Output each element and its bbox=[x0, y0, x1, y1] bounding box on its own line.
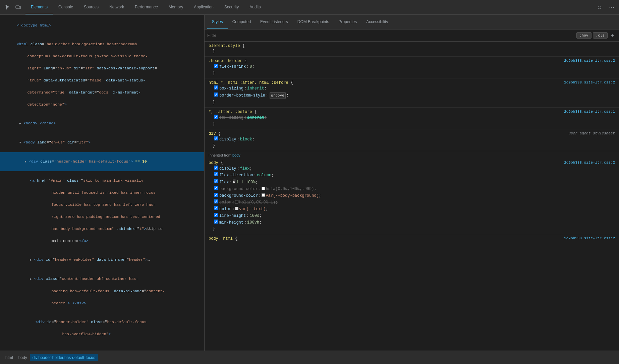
css-rule-div: div { user agent stylesheet display:bloc… bbox=[205, 129, 619, 151]
css-closing-brace-4: } bbox=[209, 121, 615, 127]
css-checkbox-flex-direction[interactable] bbox=[214, 172, 218, 176]
device-icon[interactable] bbox=[13, 3, 23, 12]
css-checkbox-bg-color-1[interactable] bbox=[214, 186, 218, 190]
css-rule-star: *, :after, :before { 2d9bb338.site-ltr.c… bbox=[205, 108, 619, 129]
dom-panel[interactable]: <!doctype html> <html class="hasSidebar … bbox=[0, 15, 205, 351]
inherited-label: Inherited from body bbox=[205, 151, 619, 159]
css-closing-brace-body: } bbox=[209, 226, 615, 232]
cursor-icon[interactable] bbox=[3, 3, 12, 12]
right-tabs: Styles Computed Event Listeners DOM Brea… bbox=[205, 15, 619, 29]
tab-event-listeners[interactable]: Event Listeners bbox=[256, 15, 293, 29]
css-checkbox-box-sizing-2[interactable] bbox=[214, 115, 218, 119]
tab-console[interactable]: Console bbox=[53, 0, 78, 14]
css-prop-color: color: var(--text); bbox=[209, 206, 615, 213]
css-rule-html-star: html *, html :after, html :before { 2d9b… bbox=[205, 78, 619, 108]
css-rule-body: body { 2d9bb338.site-ltr.css:2 display:f… bbox=[205, 159, 619, 234]
css-checkbox-flex-shrink[interactable] bbox=[214, 64, 218, 68]
css-selector-div[interactable]: div { bbox=[209, 131, 221, 136]
color-swatch-bg1[interactable] bbox=[262, 187, 265, 190]
dom-head[interactable]: <head>…</head> bbox=[0, 114, 204, 133]
css-prop-box-sizing-strike: box-sizing:inherit; bbox=[209, 114, 615, 121]
filter-buttons: :hov .cls + bbox=[576, 32, 616, 39]
tab-properties[interactable]: Properties bbox=[334, 15, 361, 29]
css-checkbox-flex[interactable] bbox=[214, 179, 218, 183]
filter-input[interactable] bbox=[207, 33, 576, 38]
css-checkbox-line-height[interactable] bbox=[214, 213, 218, 217]
css-checkbox-border-bottom[interactable] bbox=[214, 93, 218, 97]
tab-audits[interactable]: Audits bbox=[244, 0, 266, 14]
color-swatch-color2[interactable] bbox=[235, 207, 238, 210]
css-checkbox-box-sizing[interactable] bbox=[214, 85, 218, 89]
css-selector-star[interactable]: *, :after, :before { bbox=[209, 110, 257, 114]
css-closing-brace-2: } bbox=[209, 70, 615, 76]
css-prop-display-flex: display:flex; bbox=[209, 165, 615, 172]
tab-application[interactable]: Application bbox=[188, 0, 219, 14]
css-selector-html-star[interactable]: html *, html :after, html :before { bbox=[209, 80, 293, 85]
tab-network[interactable]: Network bbox=[104, 0, 129, 14]
breadcrumb-html[interactable]: html bbox=[3, 354, 16, 361]
toolbar-tabs: Elements Console Sources Network Perform… bbox=[25, 0, 595, 14]
styles-panel: Styles Computed Event Listeners DOM Brea… bbox=[205, 15, 619, 351]
css-prop-border-bottom-style: border-bottom-style: groove; bbox=[209, 92, 615, 99]
flex-triangle[interactable]: ▶ bbox=[233, 179, 235, 182]
css-selector-header-holder[interactable]: .header-holder { bbox=[209, 59, 247, 63]
css-closing-brace-3: } bbox=[209, 99, 615, 105]
css-checkbox-display[interactable] bbox=[214, 136, 218, 140]
css-source-html-star[interactable]: 2d9bb338.site-ltr.css:2 bbox=[564, 80, 615, 84]
more-options-icon[interactable]: ⋯ bbox=[607, 3, 616, 12]
css-prop-bg-color-strike: background-color: hsla(0,0%,100%,.999); bbox=[209, 186, 615, 192]
css-checkbox-color-2[interactable] bbox=[214, 206, 218, 210]
svg-rect-1 bbox=[19, 6, 20, 9]
dom-banner-holder[interactable]: <div id="banner-holder" class="has-defau… bbox=[0, 313, 204, 344]
color-swatch-color1[interactable] bbox=[235, 200, 238, 203]
css-prop-line-height: line-height:160%; bbox=[209, 213, 615, 219]
tab-styles[interactable]: Styles bbox=[207, 15, 228, 29]
css-prop-min-height: min-height:100vh; bbox=[209, 219, 615, 226]
css-selector-body-html[interactable]: body, html { bbox=[209, 236, 237, 241]
tab-computed[interactable]: Computed bbox=[228, 15, 256, 29]
add-style-button[interactable]: + bbox=[609, 32, 616, 39]
tab-memory[interactable]: Memory bbox=[163, 0, 188, 14]
css-source-div: user agent stylesheet bbox=[568, 131, 615, 135]
breadcrumb-body[interactable]: body bbox=[16, 354, 30, 361]
tab-accessibility[interactable]: Accessibility bbox=[361, 15, 393, 29]
breadcrumb-header-holder[interactable]: div.header-holder.has-default-focus bbox=[30, 354, 98, 361]
dom-html[interactable]: <html class="hasSidebar hasPageActions h… bbox=[0, 35, 204, 114]
css-selector-element-style[interactable]: element.style { bbox=[209, 44, 245, 48]
color-swatch-bg2[interactable] bbox=[262, 193, 265, 197]
css-selector-body[interactable]: body { bbox=[209, 161, 223, 165]
css-checkbox-color-1[interactable] bbox=[214, 199, 218, 203]
css-closing-brace: } bbox=[209, 48, 615, 54]
emoji-icon[interactable]: ☺ bbox=[595, 3, 604, 12]
css-checkbox-min-height[interactable] bbox=[214, 220, 218, 224]
css-prop-display-block: display:block; bbox=[209, 136, 615, 143]
dom-content-header[interactable]: <div class="content-header uhf-container… bbox=[0, 269, 204, 313]
tab-sources[interactable]: Sources bbox=[78, 0, 104, 14]
tab-elements[interactable]: Elements bbox=[25, 0, 53, 14]
css-source-body-html[interactable]: 2d9bb338.site-ltr.css:2 bbox=[564, 236, 615, 240]
dom-header-holder[interactable]: <div class="header-holder has-default-fo… bbox=[0, 152, 204, 171]
css-rule-body-html: body, html { 2d9bb338.site-ltr.css:2 bbox=[205, 234, 619, 243]
dom-body[interactable]: <body lang="en-us" dir="ltr"> bbox=[0, 133, 204, 152]
styles-content[interactable]: element.style { } .header-holder { 2d9bb… bbox=[205, 42, 619, 351]
hov-button[interactable]: :hov bbox=[576, 32, 592, 39]
tab-security[interactable]: Security bbox=[219, 0, 244, 14]
css-source-star[interactable]: 2d9bb338.site-ltr.css:1 bbox=[564, 110, 615, 114]
css-source-body[interactable]: 2d9bb338.site-ltr.css:2 bbox=[564, 161, 615, 165]
css-checkbox-bg-color-2[interactable] bbox=[214, 193, 218, 197]
tab-dom-breakpoints[interactable]: DOM Breakpoints bbox=[293, 15, 334, 29]
dom-doctype: <!doctype html> bbox=[0, 16, 204, 35]
dom-skip-link[interactable]: <a href="#main" class="skip-to-main-link… bbox=[0, 171, 204, 250]
dom-header-area[interactable]: <div id="headerAreaHolder" data-bi-name=… bbox=[0, 250, 204, 269]
css-prop-box-sizing: box-sizing:inherit; bbox=[209, 85, 615, 92]
css-prop-color-strike: color: hsla(0,0%,9%,1); bbox=[209, 199, 615, 206]
tab-performance[interactable]: Performance bbox=[129, 0, 163, 14]
dom-banner-close[interactable]: </div> bbox=[0, 344, 204, 351]
css-source-header-holder[interactable]: 2d9bb338.site-ltr.css:2 bbox=[564, 59, 615, 63]
cls-button[interactable]: .cls bbox=[593, 32, 608, 39]
css-checkbox-display-flex[interactable] bbox=[214, 166, 218, 170]
top-toolbar: Elements Console Sources Network Perform… bbox=[0, 0, 619, 15]
inherited-from-body[interactable]: body bbox=[232, 153, 240, 157]
styles-filter-bar: :hov .cls + bbox=[205, 29, 619, 42]
css-closing-brace-5: } bbox=[209, 143, 615, 149]
